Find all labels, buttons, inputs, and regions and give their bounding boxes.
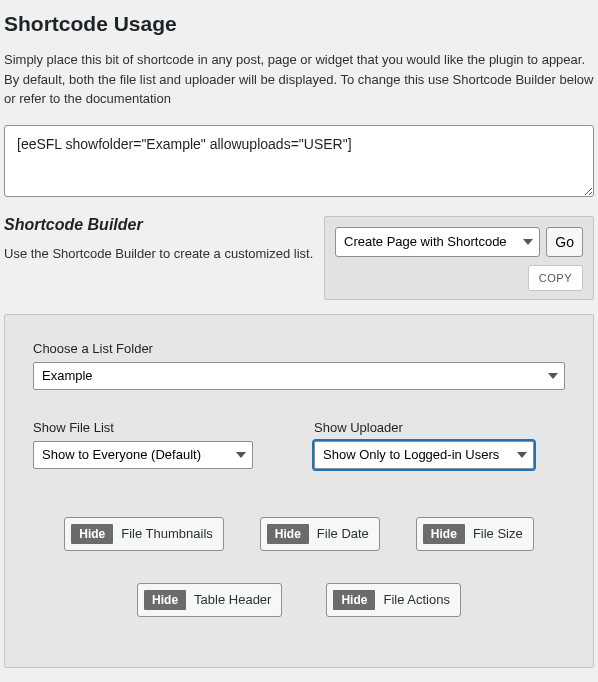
toggle-label: Table Header: [194, 592, 271, 607]
toggle-label: File Thumbnails: [121, 526, 213, 541]
page-heading: Shortcode Usage: [4, 12, 594, 36]
shortcode-textarea[interactable]: [4, 125, 594, 197]
toggle-thumbnails[interactable]: Hide File Thumbnails: [64, 517, 224, 551]
builder-actions-panel: Create Page with Shortcode Go COPY: [324, 216, 594, 300]
toggle-size[interactable]: Hide File Size: [416, 517, 534, 551]
copy-button[interactable]: COPY: [528, 265, 583, 291]
toggle-label: File Size: [473, 526, 523, 541]
filelist-select[interactable]: Show to Everyone (Default): [33, 441, 253, 469]
uploader-select[interactable]: Show Only to Logged-in Users: [314, 441, 534, 469]
toggle-label: File Date: [317, 526, 369, 541]
hide-pill: Hide: [423, 524, 465, 544]
toggle-actions[interactable]: Hide File Actions: [326, 583, 461, 617]
toggle-header[interactable]: Hide Table Header: [137, 583, 282, 617]
options-panel: Choose a List Folder Example Show File L…: [4, 314, 594, 668]
uploader-label: Show Uploader: [314, 420, 565, 435]
hide-pill: Hide: [71, 524, 113, 544]
builder-description: Use the Shortcode Builder to create a cu…: [4, 244, 314, 264]
toggle-label: File Actions: [383, 592, 449, 607]
builder-title: Shortcode Builder: [4, 216, 314, 234]
hide-pill: Hide: [144, 590, 186, 610]
intro-text: Simply place this bit of shortcode in an…: [4, 50, 594, 109]
go-button[interactable]: Go: [546, 227, 583, 257]
filelist-label: Show File List: [33, 420, 284, 435]
folder-label: Choose a List Folder: [33, 341, 565, 356]
create-page-select[interactable]: Create Page with Shortcode: [335, 227, 540, 257]
hide-pill: Hide: [333, 590, 375, 610]
hide-pill: Hide: [267, 524, 309, 544]
toggle-date[interactable]: Hide File Date: [260, 517, 380, 551]
folder-select[interactable]: Example: [33, 362, 565, 390]
